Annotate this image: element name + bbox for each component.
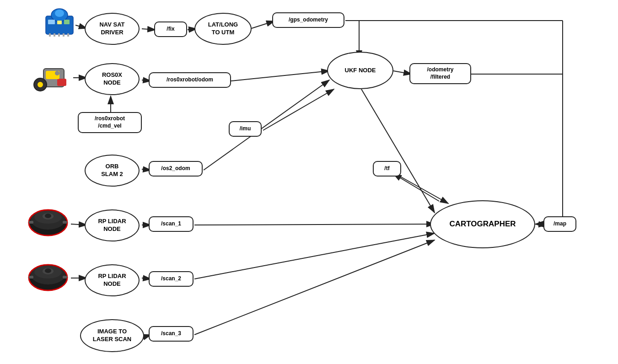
topic-fix: /fix — [154, 21, 187, 37]
svg-rect-41 — [64, 20, 70, 24]
scan2-label: /scan_2 — [161, 275, 181, 283]
image-to-laser-scan-node: IMAGE TO LASER SCAN — [80, 319, 144, 352]
nav-sat-driver-label: NAV SAT DRIVER — [99, 21, 124, 37]
svg-line-4 — [252, 21, 274, 28]
os2-odom-label: /os2_odom — [161, 165, 190, 172]
robot-wheel-icon — [32, 59, 73, 98]
image-laser-label: IMAGE TO LASER SCAN — [93, 328, 132, 343]
fix-label: /fix — [167, 26, 174, 33]
gps-odometry-label: /gps_odometry — [289, 16, 328, 24]
topic-odometry-filtered: /odometry /filtered — [409, 63, 471, 84]
svg-line-20 — [393, 174, 439, 201]
svg-line-18 — [204, 80, 329, 170]
gps-icon — [43, 7, 75, 38]
svg-line-2 — [142, 29, 156, 30]
lidar1-icon — [25, 203, 71, 240]
svg-line-14 — [393, 71, 412, 74]
svg-line-11 — [231, 71, 329, 81]
svg-rect-38 — [67, 33, 69, 37]
svg-point-33 — [55, 10, 64, 17]
svg-rect-39 — [48, 20, 55, 24]
scan1-label: /scan_1 — [161, 220, 181, 228]
svg-line-28 — [194, 240, 435, 335]
topic-scan3: /scan_3 — [149, 326, 193, 342]
orb-slam2-node: ORB SLAM 2 — [85, 155, 140, 187]
rp-lidar1-label: RP LIDAR NODE — [98, 218, 126, 233]
lat-long-utm-label: LAT/LONG TO UTM — [208, 21, 238, 37]
imu-label: /imu — [240, 125, 251, 133]
svg-rect-55 — [63, 221, 67, 224]
svg-rect-54 — [29, 221, 33, 224]
ukf-node: UKF NODE — [327, 52, 393, 89]
ros0x-odom-label: /ros0xrobot/odom — [167, 76, 213, 84]
svg-line-26 — [194, 233, 435, 279]
svg-rect-36 — [58, 33, 60, 37]
ros0x-node-label: ROS0X NODE — [102, 71, 122, 87]
cartographer-label: CARTOGRAPHER — [449, 219, 516, 229]
lat-long-utm-node: LAT/LONG TO UTM — [194, 13, 252, 45]
svg-line-13 — [263, 89, 334, 130]
topic-scan1: /scan_1 — [149, 216, 193, 232]
nav-sat-driver-node: NAV SAT DRIVER — [85, 13, 140, 45]
svg-rect-63 — [63, 276, 67, 278]
svg-rect-62 — [29, 276, 33, 278]
topic-cmd-vel: /ros0xrobot /cmd_vel — [78, 112, 142, 133]
topic-ros0x-odom: /ros0xrobot/odom — [149, 72, 231, 88]
svg-line-16 — [361, 89, 435, 213]
svg-rect-35 — [54, 33, 55, 37]
map-label: /map — [554, 220, 566, 228]
diagram: NAV SAT DRIVER LAT/LONG TO UTM ROS0X NOD… — [0, 0, 618, 364]
svg-point-44 — [38, 82, 43, 87]
cartographer-node: CARTOGRAPHER — [430, 200, 535, 248]
rp-lidar2-node: RP LIDAR NODE — [85, 264, 140, 296]
topic-imu: /imu — [229, 121, 262, 137]
svg-point-61 — [45, 268, 51, 273]
topic-os2-odom: /os2_odom — [149, 161, 203, 177]
ukf-node-label: UKF NODE — [345, 67, 376, 75]
svg-rect-40 — [57, 21, 62, 24]
svg-rect-34 — [49, 33, 51, 37]
odometry-filtered-label: /odometry /filtered — [427, 66, 453, 80]
cmd-vel-label: /ros0xrobot /cmd_vel — [95, 115, 125, 129]
topic-tf: /tf — [373, 161, 401, 177]
tf-label: /tf — [384, 165, 389, 172]
scan3-label: /scan_3 — [161, 330, 181, 337]
topic-scan2: /scan_2 — [149, 271, 193, 287]
svg-rect-37 — [63, 33, 64, 37]
ros0x-node: ROS0X NODE — [85, 63, 140, 95]
svg-point-47 — [55, 71, 59, 75]
svg-point-53 — [45, 214, 51, 218]
svg-rect-45 — [57, 79, 66, 86]
topic-gps-odometry: /gps_odometry — [272, 12, 344, 28]
orb-slam2-label: ORB SLAM 2 — [101, 163, 123, 178]
lidar2-icon — [25, 258, 71, 294]
topic-map: /map — [543, 216, 576, 232]
svg-line-23 — [194, 224, 435, 225]
rp-lidar1-node: RP LIDAR NODE — [85, 209, 140, 241]
rp-lidar2-label: RP LIDAR NODE — [98, 273, 126, 288]
